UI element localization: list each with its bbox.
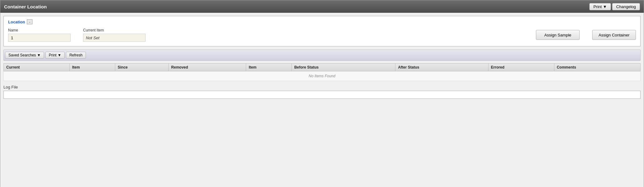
no-items-row: No Items Found: [4, 71, 641, 81]
name-group: Name 1: [8, 28, 71, 42]
col-item-2: Item: [246, 64, 292, 71]
print-toolbar-button[interactable]: Print ▼: [45, 52, 65, 59]
collapse-button[interactable]: -: [27, 19, 32, 24]
table-section: Saved Searches ▼ Print ▼ Refresh Current…: [3, 50, 641, 81]
no-items-text: No Items Found: [4, 71, 641, 81]
col-before-status: Before Status: [292, 64, 395, 71]
section-title: Location: [8, 20, 25, 24]
section-header: Location -: [8, 19, 636, 24]
name-label: Name: [8, 28, 71, 32]
form-top-row: Name 1 Current Item Not Set Assign Sampl…: [8, 28, 636, 42]
changelog-button[interactable]: Changelog: [612, 3, 640, 10]
assign-sample-button[interactable]: Assign Sample: [536, 30, 580, 40]
col-after-status: After Status: [395, 64, 488, 71]
col-current: Current: [4, 64, 70, 71]
log-input[interactable]: [3, 91, 641, 99]
assign-container-button[interactable]: Assign Container: [592, 30, 636, 40]
action-buttons: Assign Sample Assign Container: [536, 30, 636, 40]
current-item-value: Not Set: [83, 34, 146, 42]
col-removed: Removed: [169, 64, 246, 71]
title-bar-buttons: Print ▼ Changelog: [589, 3, 640, 10]
current-item-label: Current Item: [83, 28, 146, 32]
form-fields: Name 1 Current Item Not Set: [8, 28, 146, 42]
data-table: Current Item Since Removed Item Before S…: [3, 63, 641, 81]
title-bar: Container Location Print ▼ Changelog: [0, 0, 644, 13]
log-label: Log File: [3, 85, 641, 89]
table-header-row: Current Item Since Removed Item Before S…: [4, 64, 641, 71]
content-area: Location - Name 1 Current Item Not Set A…: [0, 13, 644, 187]
toolbar: Saved Searches ▼ Print ▼ Refresh: [3, 50, 641, 61]
saved-searches-button[interactable]: Saved Searches ▼: [5, 52, 44, 59]
log-section: Log File: [3, 85, 641, 99]
col-since: Since: [115, 64, 168, 71]
col-item-1: Item: [69, 64, 115, 71]
name-value: 1: [8, 34, 71, 42]
location-section: Location - Name 1 Current Item Not Set A…: [3, 16, 641, 46]
refresh-button[interactable]: Refresh: [66, 52, 86, 59]
col-comments: Comments: [554, 64, 640, 71]
print-button[interactable]: Print ▼: [589, 3, 611, 10]
current-item-group: Current Item Not Set: [83, 28, 146, 42]
col-errored: Errored: [488, 64, 554, 71]
window: Container Location Print ▼ Changelog Loc…: [0, 0, 644, 187]
window-title: Container Location: [4, 4, 47, 9]
